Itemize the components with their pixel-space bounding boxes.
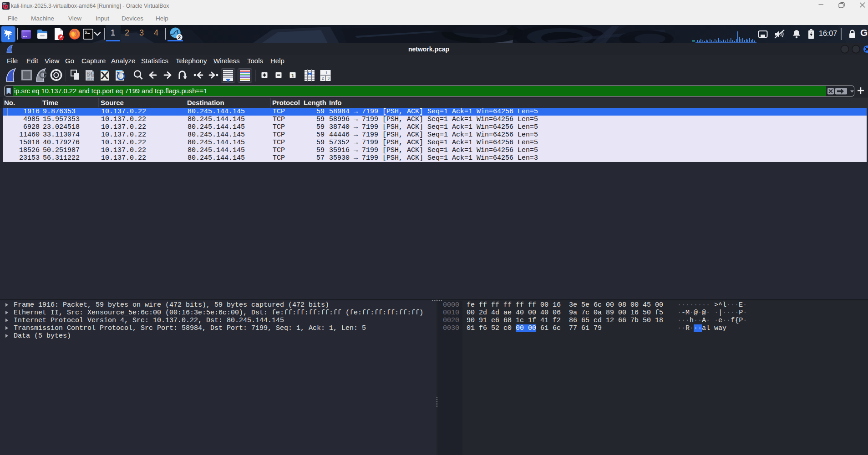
- svg-text:1: 1: [291, 73, 294, 78]
- svg-text:1: 1: [325, 71, 328, 75]
- svg-text:2: 2: [178, 35, 181, 40]
- svg-text:3: 3: [327, 76, 330, 81]
- svg-text:2: 2: [322, 76, 324, 81]
- svg-text:$: $: [85, 30, 87, 35]
- svg-text:x64: x64: [3, 3, 6, 5]
- svg-text:0111: 0111: [87, 78, 94, 81]
